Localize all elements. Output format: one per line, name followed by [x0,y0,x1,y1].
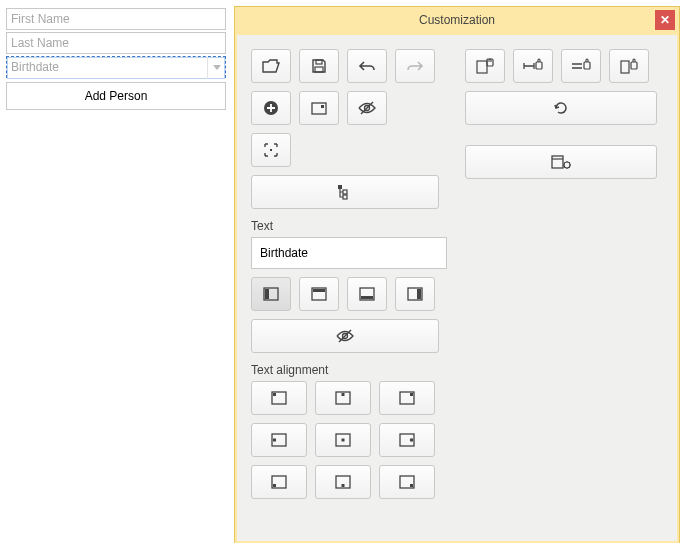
hide-text-button[interactable] [251,319,439,353]
lock-item-button[interactable] [609,49,649,83]
tabbed-group-icon [311,100,327,116]
save-icon [311,58,327,74]
hide-item-button[interactable] [347,91,387,125]
align-tr-button[interactable] [379,381,435,415]
svg-rect-42 [577,60,583,72]
free-layout-button[interactable] [251,133,291,167]
svg-rect-44 [621,61,629,73]
align-tl-icon [271,391,287,405]
last-name-row [6,32,226,54]
svg-rect-39 [477,61,487,73]
open-button[interactable] [251,49,291,83]
lock-height-icon [571,58,591,74]
svg-rect-22 [273,393,276,396]
item-row [251,91,451,125]
svg-rect-4 [321,105,324,108]
text-input[interactable] [258,245,440,261]
alignment-section-label: Text alignment [251,363,451,377]
lock-row [465,49,665,83]
align-tl-button[interactable] [251,381,307,415]
svg-rect-38 [410,484,413,487]
align-tr-icon [399,391,415,405]
file-history-row [251,49,451,83]
align-br-button[interactable] [379,465,435,499]
align-mr-button[interactable] [379,423,435,457]
text-pos-left-button[interactable] [251,277,291,311]
align-bc-icon [335,475,351,489]
lock-height-button[interactable] [561,49,601,83]
svg-rect-0 [316,60,322,64]
person-form: Birthdate Add Person [6,8,226,110]
left-column: Text [251,49,451,499]
eye-off-icon [336,329,354,343]
first-name-row [6,8,226,30]
panel-title-bar[interactable]: Customization ✕ [235,7,679,33]
tree-icon [337,184,353,200]
align-br-icon [399,475,415,489]
align-bc-button[interactable] [315,465,371,499]
panel-body: Text [237,35,677,541]
align-ml-icon [271,433,287,447]
customization-panel: Customization ✕ [234,6,680,543]
svg-rect-45 [631,62,637,69]
redo-icon [406,59,424,73]
birthdate-row[interactable]: Birthdate [6,56,226,78]
add-item-button[interactable] [251,91,291,125]
close-button[interactable]: ✕ [655,10,675,30]
lock-size-button[interactable] [465,49,505,83]
svg-rect-40 [487,59,493,66]
text-pos-top-icon [311,287,327,301]
close-icon: ✕ [660,13,670,27]
save-button[interactable] [299,49,339,83]
text-section-label: Text [251,219,451,233]
reset-icon [552,100,570,116]
redo-button[interactable] [395,49,435,83]
svg-rect-41 [536,62,542,69]
svg-rect-36 [342,484,345,487]
svg-rect-43 [584,62,590,69]
align-ml-button[interactable] [251,423,307,457]
settings-button[interactable] [465,145,657,179]
align-bl-button[interactable] [251,465,307,499]
reset-layout-button[interactable] [465,91,657,125]
tabbed-group-button[interactable] [299,91,339,125]
lock-item-icon [620,58,638,74]
svg-rect-28 [273,439,276,442]
birthdate-dropdown-arrow[interactable] [207,57,225,79]
lock-width-icon [523,58,543,74]
svg-rect-10 [343,195,347,199]
align-row-3 [251,465,451,499]
text-pos-left-icon [263,287,279,301]
first-name-input[interactable] [6,8,226,30]
eye-off-icon [358,101,376,115]
plus-circle-icon [263,100,279,116]
svg-rect-34 [273,484,276,487]
svg-rect-1 [315,67,323,72]
folder-open-icon [262,59,280,73]
tree-view-button[interactable] [251,175,439,209]
align-mr-icon [399,433,415,447]
undo-button[interactable] [347,49,387,83]
lock-size-icon [476,58,494,74]
text-pos-top-button[interactable] [299,277,339,311]
align-row-1 [251,381,451,415]
svg-rect-32 [410,439,413,442]
svg-rect-16 [361,296,373,299]
text-pos-right-button[interactable] [395,277,435,311]
svg-rect-14 [313,289,325,292]
svg-rect-9 [343,190,347,194]
svg-rect-18 [417,289,421,299]
lock-width-button[interactable] [513,49,553,83]
align-bl-icon [271,475,287,489]
birthdate-input[interactable] [7,57,225,79]
svg-rect-8 [338,185,342,189]
text-pos-bottom-button[interactable] [347,277,387,311]
add-person-button[interactable]: Add Person [6,82,226,110]
align-mc-button[interactable] [315,423,371,457]
last-name-input[interactable] [6,32,226,54]
svg-rect-12 [265,289,269,299]
svg-rect-7 [270,149,272,151]
align-tc-icon [335,391,351,405]
align-tc-button[interactable] [315,381,371,415]
crosshair-icon [263,142,279,158]
